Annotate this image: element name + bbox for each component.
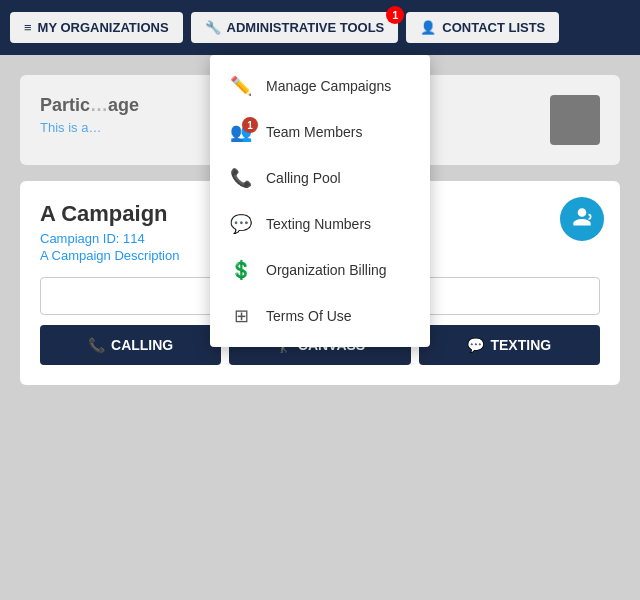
calling-button[interactable]: 📞 CALLING: [40, 325, 221, 365]
my-organizations-label: MY ORGANIZATIONS: [38, 20, 169, 35]
manage-campaigns-label: Manage Campaigns: [266, 78, 391, 94]
dollar-icon: 💲: [230, 259, 252, 281]
bg-card-image: [550, 95, 600, 145]
navbar: ≡ MY ORGANIZATIONS 1 🔧 ADMINISTRATIVE TO…: [0, 0, 640, 55]
calling-phone-icon: 📞: [88, 337, 105, 353]
calling-label: CALLING: [111, 337, 173, 353]
texting-chat-icon: 💬: [467, 337, 484, 353]
org-billing-item[interactable]: 💲 Organization Billing: [210, 247, 430, 293]
admin-tools-dropdown: ✏️ Manage Campaigns 👥 1 Team Members 📞 C…: [210, 55, 430, 347]
pencil-icon: ✏️: [230, 75, 252, 97]
list-icon: ≡: [24, 20, 32, 35]
phone-icon: 📞: [230, 167, 252, 189]
team-members-label: Team Members: [266, 124, 362, 140]
team-members-item[interactable]: 👥 1 Team Members: [210, 109, 430, 155]
grid-icon: ⊞: [230, 305, 252, 327]
administrative-tools-label: ADMINISTRATIVE TOOLS: [227, 20, 385, 35]
team-members-badge: 1: [242, 117, 258, 133]
manage-campaigns-item[interactable]: ✏️ Manage Campaigns: [210, 63, 430, 109]
administrative-tools-button[interactable]: 1 🔧 ADMINISTRATIVE TOOLS: [191, 12, 399, 43]
contact-lists-button[interactable]: 👤 CONTACT LISTS: [406, 12, 559, 43]
texting-label: TEXTING: [490, 337, 551, 353]
admin-badge: 1: [386, 6, 404, 24]
terms-of-use-label: Terms Of Use: [266, 308, 352, 324]
contact-icon: 👤: [420, 20, 436, 35]
org-billing-label: Organization Billing: [266, 262, 387, 278]
my-organizations-button[interactable]: ≡ MY ORGANIZATIONS: [10, 12, 183, 43]
wrench-icon: 🔧: [205, 20, 221, 35]
calling-pool-label: Calling Pool: [266, 170, 341, 186]
texting-numbers-label: Texting Numbers: [266, 216, 371, 232]
campaign-avatar-icon: [560, 197, 604, 241]
chat-icon: 💬: [230, 213, 252, 235]
terms-of-use-item[interactable]: ⊞ Terms Of Use: [210, 293, 430, 339]
texting-numbers-item[interactable]: 💬 Texting Numbers: [210, 201, 430, 247]
texting-button[interactable]: 💬 TEXTING: [419, 325, 600, 365]
contact-lists-label: CONTACT LISTS: [442, 20, 545, 35]
calling-pool-item[interactable]: 📞 Calling Pool: [210, 155, 430, 201]
